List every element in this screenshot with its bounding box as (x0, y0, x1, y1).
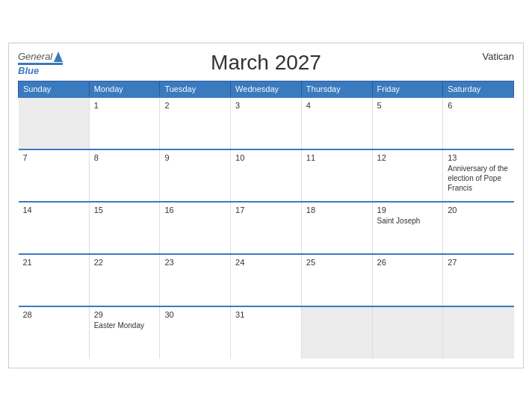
calendar-day-cell: 25 (301, 254, 372, 306)
day-number: 1 (94, 101, 155, 110)
month-title: March 2027 (211, 51, 321, 75)
logo: General Blue (18, 51, 63, 76)
calendar-day-cell: 30 (160, 306, 231, 359)
logo-general-text: General (18, 51, 52, 62)
calendar-day-cell: 23 (160, 254, 231, 306)
day-number: 9 (164, 153, 226, 162)
event-text: Saint Joseph (377, 217, 421, 225)
calendar-day-cell: 26 (372, 254, 443, 306)
calendar-day-cell: 7 (19, 149, 90, 202)
day-number: 5 (377, 101, 439, 110)
calendar-day-cell: 3 (231, 97, 302, 149)
calendar-day-cell (443, 306, 514, 359)
weekday-header-sunday: Sunday (19, 81, 90, 98)
day-number: 10 (235, 153, 297, 162)
day-number: 27 (448, 258, 509, 267)
day-number: 24 (235, 258, 297, 267)
day-number: 29 (94, 310, 155, 319)
weekday-header-monday: Monday (89, 81, 160, 98)
day-number: 6 (448, 101, 509, 110)
calendar-day-cell: 2 (160, 97, 231, 149)
day-number: 25 (306, 258, 368, 267)
calendar-day-cell: 15 (89, 202, 160, 254)
day-number: 17 (235, 206, 297, 214)
weekday-header-wednesday: Wednesday (231, 81, 302, 98)
weekday-header-tuesday: Tuesday (160, 81, 231, 98)
calendar-day-cell: 14 (19, 202, 90, 254)
calendar-week-row: 141516171819Saint Joseph20 (19, 202, 514, 254)
calendar-day-cell: 28 (19, 306, 90, 359)
weekday-header-row: SundayMondayTuesdayWednesdayThursdayFrid… (19, 81, 514, 98)
calendar-day-cell: 29Easter Monday (89, 306, 160, 359)
calendar-day-cell: 19Saint Joseph (372, 202, 443, 254)
calendar-table: SundayMondayTuesdayWednesdayThursdayFrid… (18, 81, 514, 359)
calendar-day-cell: 10 (231, 149, 302, 202)
day-number: 20 (448, 206, 509, 214)
day-number: 7 (23, 153, 84, 162)
day-number: 26 (377, 258, 439, 267)
day-number: 19 (377, 206, 439, 214)
calendar-day-cell (19, 97, 90, 149)
calendar-day-cell: 13Anniversary of the election of Pope Fr… (443, 149, 514, 202)
calendar-day-cell: 1 (89, 97, 160, 149)
calendar-day-cell: 24 (231, 254, 302, 306)
logo-triangle-icon (54, 52, 63, 62)
calendar-week-row: 78910111213Anniversary of the election o… (19, 149, 514, 202)
calendar-week-row: 123456 (19, 97, 514, 149)
calendar-day-cell: 9 (160, 149, 231, 202)
logo-blue-text: Blue (18, 65, 39, 76)
calendar-day-cell: 17 (231, 202, 302, 254)
day-number: 14 (23, 206, 84, 214)
calendar-day-cell: 12 (372, 149, 443, 202)
calendar-container: General Blue March 2027 Vatican SundayMo… (8, 43, 524, 368)
calendar-day-cell: 5 (372, 97, 443, 149)
day-number: 18 (306, 206, 368, 214)
calendar-week-row: 21222324252627 (19, 254, 514, 306)
calendar-day-cell: 4 (301, 97, 372, 149)
day-number: 16 (164, 206, 226, 214)
event-text: Anniversary of the election of Pope Fran… (448, 164, 508, 192)
day-number: 2 (164, 101, 226, 110)
weekday-header-friday: Friday (372, 81, 443, 98)
calendar-day-cell: 27 (443, 254, 514, 306)
calendar-day-cell: 8 (89, 149, 160, 202)
calendar-day-cell (301, 306, 372, 359)
day-number: 4 (306, 101, 368, 110)
day-number: 8 (94, 153, 155, 162)
day-number: 12 (377, 153, 439, 162)
day-number: 3 (235, 101, 297, 110)
day-number: 31 (235, 310, 297, 319)
calendar-day-cell: 16 (160, 202, 231, 254)
day-number: 22 (94, 258, 155, 267)
calendar-day-cell: 22 (89, 254, 160, 306)
country-label: Vatican (483, 51, 514, 62)
day-number: 15 (94, 206, 155, 214)
calendar-week-row: 2829Easter Monday3031 (19, 306, 514, 359)
day-number: 23 (164, 258, 226, 267)
day-number: 30 (164, 310, 226, 319)
event-text: Easter Monday (94, 321, 144, 330)
calendar-day-cell: 18 (301, 202, 372, 254)
day-number: 28 (23, 310, 84, 319)
calendar-day-cell: 6 (443, 97, 514, 149)
day-number: 13 (448, 153, 509, 162)
weekday-header-saturday: Saturday (443, 81, 514, 98)
calendar-header: General Blue March 2027 Vatican (18, 51, 514, 75)
day-number: 21 (23, 258, 84, 267)
calendar-day-cell: 20 (443, 202, 514, 254)
calendar-day-cell: 31 (231, 306, 302, 359)
calendar-day-cell (372, 306, 443, 359)
day-number: 11 (306, 153, 368, 162)
svg-marker-0 (54, 52, 63, 62)
calendar-day-cell: 11 (301, 149, 372, 202)
weekday-header-thursday: Thursday (301, 81, 372, 98)
calendar-day-cell: 21 (19, 254, 90, 306)
